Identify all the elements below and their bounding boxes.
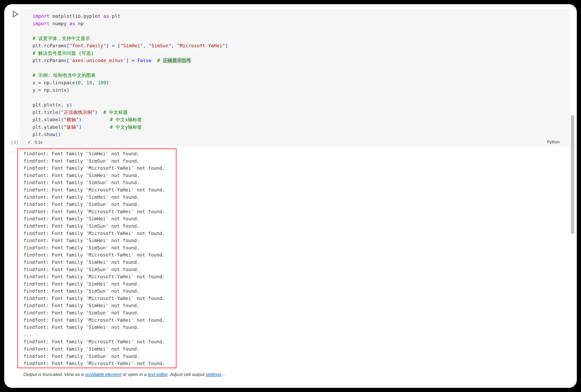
code-token: 正确显示负号 (163, 58, 191, 63)
code-line[interactable] (32, 94, 566, 101)
code-token: "SimHei" (120, 43, 143, 48)
code-token: 'axes.unicode_minus' (69, 58, 126, 63)
code-token: as (69, 21, 75, 26)
code-token: ] (126, 58, 129, 63)
output-line: ... (24, 331, 176, 338)
output-line: findfont: Font family 'SimHei' not found… (24, 324, 176, 331)
code-token: plt.title (32, 110, 58, 115)
code-line[interactable] (32, 64, 566, 72)
code-line[interactable]: # 设置字体，支持中文显示 (32, 35, 566, 42)
code-line[interactable]: plt.xlabel("横轴") # 中文x轴标签 (32, 116, 566, 124)
output-line: findfont: Font family 'SimHei' not found… (24, 280, 176, 288)
code-line[interactable]: y = np.sin(x) (32, 86, 566, 94)
code-token: ) (106, 80, 109, 85)
scrollable-element-link[interactable]: scrollable element (85, 372, 122, 377)
code-token: # (157, 58, 163, 63)
output-line: findfont: Font family 'Microsoft-YaHei' … (24, 317, 176, 324)
code-token: # 中文y轴标签 (110, 124, 142, 130)
code-token: [ (66, 58, 69, 63)
output-line: findfont: Font family 'Microsoft-YaHei' … (24, 208, 176, 215)
cell-status-row: ✓ 0.1s (27, 140, 42, 145)
code-token: # 解决负号显示问题 (可选) (32, 50, 94, 56)
language-picker[interactable]: Python (547, 140, 560, 144)
code-token: ) (79, 117, 82, 122)
code-token (98, 110, 103, 115)
output-line: findfont: Font family 'Microsoft-YaHei' … (24, 273, 176, 280)
output-line: findfont: Font family 'Microsoft-YaHei' … (24, 251, 176, 259)
code-editor[interactable]: import matplotlib.pyplot as pltimport nu… (32, 12, 566, 138)
output-line: findfont: Font family 'SimSun' not found… (24, 222, 176, 230)
output-line: findfont: Font family 'SimHei' not found… (24, 237, 176, 244)
code-token: "font.family" (69, 43, 106, 48)
notebook-code-cell[interactable]: import matplotlib.pyplot as pltimport nu… (20, 9, 569, 146)
code-token: , (92, 80, 98, 85)
output-line: findfont: Font family 'SimHei' not found… (24, 345, 176, 353)
vertical-scrollbar-thumb[interactable] (571, 116, 574, 234)
play-icon (12, 10, 20, 18)
code-line[interactable]: x = np.linspace(0, 10, 100) (32, 79, 566, 87)
code-token: ( (55, 102, 58, 107)
code-token (82, 124, 110, 130)
code-token: ( (55, 132, 58, 137)
code-line[interactable]: plt.plot(x, y) (32, 101, 566, 109)
code-token: ( (61, 124, 64, 130)
code-token: ] (225, 43, 228, 48)
collapse-output-button[interactable]: ··· (10, 149, 16, 155)
code-token: ) (79, 124, 82, 130)
code-line[interactable]: plt.rcParams["font.family"] = ["SimHei",… (32, 42, 566, 50)
output-line: findfont: Font family 'SimSun' not found… (24, 309, 176, 317)
notebook-window: import matplotlib.pyplot as pltimport nu… (4, 4, 577, 388)
code-token: import (32, 21, 50, 26)
code-line[interactable]: plt.ylabel("纵轴") # 中文y轴标签 (32, 124, 566, 131)
execution-count: [3] (11, 140, 18, 145)
code-token: # 中文标题 (103, 110, 128, 115)
code-token: plt (109, 13, 120, 19)
code-token: plt.plot (32, 102, 55, 107)
code-line[interactable]: # 示例: 绘制包含中文的图表 (32, 72, 566, 79)
code-line[interactable]: plt.show() (32, 131, 566, 138)
output-line: findfont: Font family 'SimSun' not found… (24, 353, 176, 360)
code-token: plt.rcParams (32, 58, 66, 63)
output-line: findfont: Font family 'SimHei' not found… (24, 172, 176, 179)
output-line: findfont: Font family 'SimHei' not found… (24, 194, 176, 201)
output-line: findfont: Font family 'SimSun' not found… (24, 157, 176, 165)
code-token: , (171, 43, 177, 48)
code-token: = (109, 43, 118, 48)
code-token: plt.show (32, 132, 55, 137)
run-cell-button[interactable] (12, 10, 20, 18)
code-line[interactable]: plt.rcParams['axes.unicode_minus'] = Fal… (32, 57, 566, 64)
output-line: findfont: Font family 'SimHei' not found… (24, 259, 176, 266)
code-token: x = np.linspace (32, 80, 75, 85)
code-token: False (138, 58, 152, 63)
code-line[interactable]: import matplotlib.pyplot as plt (32, 12, 566, 20)
trunc-text: or open in a (122, 372, 148, 377)
code-token: as (103, 13, 109, 19)
code-token: 10 (86, 80, 92, 85)
output-line: findfont: Font family 'SimHei' not found… (24, 215, 176, 222)
code-line[interactable]: import numpy as np (32, 20, 566, 27)
code-token: "横轴" (64, 117, 79, 122)
code-line[interactable] (32, 27, 566, 35)
code-token: 100 (98, 80, 106, 85)
code-token: ( (61, 87, 64, 93)
code-token: "纵轴" (64, 124, 79, 130)
trunc-text: Output is truncated. View as a (23, 372, 85, 377)
text-editor-link[interactable]: text editor (148, 372, 168, 377)
code-line[interactable]: plt.title("正弦曲线示例") # 中文标题 (32, 109, 566, 116)
code-token: "SimSun" (149, 43, 171, 48)
output-line: findfont: Font family 'Microsoft-YaHei' … (24, 295, 176, 302)
settings-link[interactable]: settings (206, 372, 221, 377)
trunc-text: . Adjust cell output (168, 372, 206, 377)
output-line: findfont: Font family 'Microsoft-YaHei' … (24, 360, 176, 367)
code-line[interactable]: # 解决负号显示问题 (可选) (32, 50, 566, 57)
code-token: "Microsoft-YaHei" (177, 43, 225, 48)
code-token: import (32, 13, 50, 19)
code-token: , (81, 80, 86, 85)
code-token: x (64, 87, 66, 93)
code-token: ( (58, 110, 61, 115)
output-line: findfont: Font family 'SimSun' not found… (24, 287, 176, 295)
code-token: [ (66, 43, 69, 48)
code-token: ) (58, 132, 61, 137)
code-token: ) (69, 102, 72, 107)
code-token: ) (95, 110, 98, 115)
